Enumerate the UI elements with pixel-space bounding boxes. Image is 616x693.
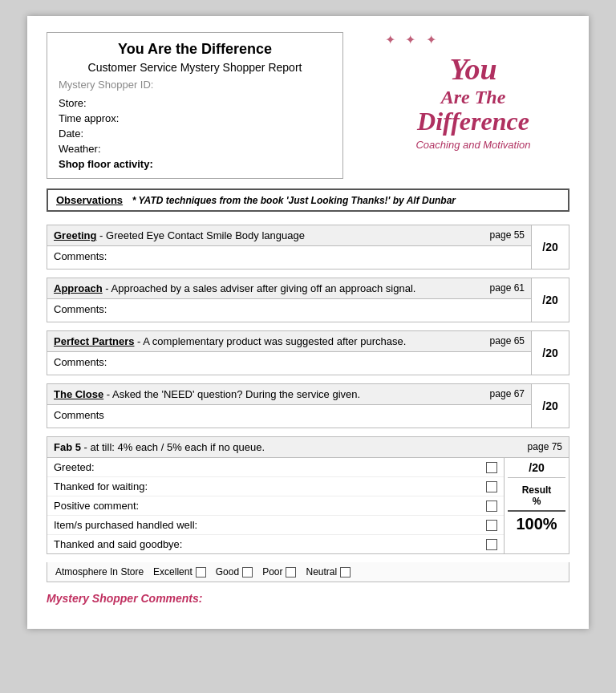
section-title-approach: Approach: [54, 282, 103, 294]
section-title-perfect-partners: Perfect Partners: [54, 335, 134, 347]
logo-tagline: Coaching and Motivation: [415, 139, 530, 151]
fab5-checkbox-1[interactable]: [486, 481, 497, 492]
page: You Are the Difference Customer Service …: [27, 16, 589, 629]
section-comments-perfect-partners: Comments:: [47, 352, 531, 375]
fab5-body: Greeted: Thanked for waiting: Positive c…: [47, 458, 569, 553]
fab5-checkbox-0[interactable]: [486, 462, 497, 473]
fab5-row-1: Thanked for waiting:: [47, 477, 504, 496]
atmosphere-excellent-checkbox[interactable]: [196, 567, 206, 578]
fab5-row-0: Greeted:: [47, 458, 504, 477]
logo-stars: ✦ ✦ ✦: [385, 32, 440, 47]
section-header-perfect-partners: page 65 Perfect Partners - A complementa…: [47, 331, 531, 352]
atmosphere-neutral-label: Neutral: [306, 566, 337, 578]
fab5-row-4: Thanked and said goodbye:: [47, 535, 504, 553]
report-subtitle: Customer Service Mystery Shopper Report: [59, 61, 331, 74]
fab5-header: page 75 Fab 5 - at till: 4% each / 5% ea…: [47, 437, 569, 458]
observations-bar: Observations * YATD techniques from the …: [47, 188, 569, 212]
section-score-greeting: /20: [532, 225, 569, 269]
section-comments-approach: Comments:: [47, 299, 531, 322]
time-label: Time approx:: [59, 112, 155, 124]
logo-you: You: [417, 53, 529, 87]
time-value: [155, 112, 331, 124]
atmosphere-good-label: Good: [216, 566, 239, 578]
report-title: You Are the Difference: [59, 41, 331, 58]
atmosphere-good: Good: [216, 566, 253, 578]
section-title-greeting: Greeting: [54, 229, 96, 241]
section-main-perfect-partners: page 65 Perfect Partners - A complementa…: [47, 331, 532, 375]
section-header-approach: page 61 Approach - Approached by a sales…: [47, 278, 531, 299]
fab5-title: Fab 5: [54, 441, 81, 453]
weather-value: [155, 143, 331, 155]
header-left: You Are the Difference Customer Service …: [47, 32, 343, 179]
result-value: 100%: [516, 515, 557, 533]
section-page-approach: page 61: [490, 282, 525, 294]
store-label: Store:: [59, 97, 155, 109]
section-page-greeting: page 55: [490, 229, 525, 241]
section-main-approach: page 61 Approach - Approached by a sales…: [47, 278, 532, 322]
section-perfect-partners: page 65 Perfect Partners - A complementa…: [47, 330, 569, 375]
logo-area: ✦ ✦ ✦ You Are The Difference Coaching an…: [377, 32, 569, 151]
section-header-the-close: page 67 The Close - Asked the 'NEED' que…: [47, 384, 531, 405]
atmosphere-neutral: Neutral: [306, 566, 351, 578]
section-greeting: page 55 Greeting - Greeted Eye Contact S…: [47, 225, 569, 270]
date-value: [155, 128, 331, 140]
fab5-section: page 75 Fab 5 - at till: 4% each / 5% ea…: [47, 436, 569, 554]
fab5-row-3: Item/s purchased handled well:: [47, 516, 504, 535]
section-desc-approach: - Approached by a sales adviser after gi…: [105, 282, 415, 294]
fab5-score: /20: [508, 461, 565, 478]
fab5-row-label-2: Positive comment:: [54, 500, 139, 512]
section-score-the-close: /20: [532, 384, 569, 428]
atmosphere-poor-label: Poor: [262, 566, 282, 578]
header-fields: Store: Time approx: Date: Weather: Shop …: [59, 97, 331, 170]
logo-difference: Difference: [417, 107, 529, 136]
mystery-comments-label: Mystery Shopper Comments:: [47, 592, 569, 605]
logo-text: You Are The Difference: [417, 53, 529, 136]
header: You Are the Difference Customer Service …: [47, 32, 569, 179]
observations-note: * YATD techniques from the book 'Just Lo…: [132, 195, 456, 206]
atmosphere-row: Atmosphere In Store Excellent Good Poor …: [47, 562, 569, 582]
fab5-page: page 75: [528, 441, 562, 452]
fab5-checkbox-3[interactable]: [486, 520, 497, 531]
section-approach: page 61 Approach - Approached by a sales…: [47, 278, 569, 322]
section-score-approach: /20: [532, 278, 569, 322]
section-page-perfect-partners: page 65: [490, 335, 525, 346]
store-value: [155, 97, 331, 109]
section-comments-greeting: Comments:: [47, 246, 531, 269]
sections-container: page 55 Greeting - Greeted Eye Contact S…: [47, 225, 569, 428]
section-desc-the-close: - Asked the 'NEED' question? During the …: [107, 388, 360, 400]
fab5-rows: Greeted: Thanked for waiting: Positive c…: [47, 458, 505, 553]
section-score-perfect-partners: /20: [532, 331, 569, 375]
fab5-desc: - at till: 4% each / 5% each if no queue…: [84, 441, 265, 453]
atmosphere-good-checkbox[interactable]: [242, 567, 253, 578]
logo-are-the: Are The: [417, 87, 529, 107]
observations-title: Observations: [56, 194, 123, 206]
shopper-id-label: Mystery Shopper ID:: [59, 79, 331, 91]
fab5-row-label-0: Greeted:: [54, 461, 95, 473]
fab5-checkbox-2[interactable]: [486, 500, 497, 512]
weather-label: Weather:: [59, 143, 155, 155]
section-main-greeting: page 55 Greeting - Greeted Eye Contact S…: [47, 225, 532, 269]
fab5-row-label-3: Item/s purchased handled well:: [54, 519, 197, 531]
fab5-checkbox-4[interactable]: [486, 539, 497, 550]
section-desc-greeting: - Greeted Eye Contact Smile Body languag…: [99, 229, 305, 241]
atmosphere-label: Atmosphere In Store: [55, 566, 144, 578]
fab5-row-2: Positive comment:: [47, 496, 504, 516]
atmosphere-poor-checkbox[interactable]: [286, 567, 296, 578]
section-comments-the-close: Comments: [47, 405, 531, 428]
section-the-close: page 67 The Close - Asked the 'NEED' que…: [47, 383, 569, 428]
atmosphere-excellent: Excellent: [153, 566, 206, 578]
atmosphere-neutral-checkbox[interactable]: [340, 567, 351, 578]
fab5-row-label-4: Thanked and said goodbye:: [54, 538, 182, 550]
section-header-greeting: page 55 Greeting - Greeted Eye Contact S…: [47, 225, 531, 246]
section-desc-perfect-partners: - A complementary product was suggested …: [137, 335, 406, 347]
atmosphere-excellent-label: Excellent: [153, 566, 192, 578]
fab5-row-label-1: Thanked for waiting:: [54, 480, 148, 492]
section-main-the-close: page 67 The Close - Asked the 'NEED' que…: [47, 384, 532, 428]
result-label: Result%: [522, 484, 552, 507]
atmosphere-poor: Poor: [262, 566, 296, 578]
section-title-the-close: The Close: [54, 388, 103, 400]
date-label: Date:: [59, 128, 155, 140]
fab5-score-area: /20 Result% 100%: [505, 458, 569, 553]
section-page-the-close: page 67: [490, 388, 525, 399]
shopfloor-label: Shop floor activity:: [59, 158, 331, 170]
